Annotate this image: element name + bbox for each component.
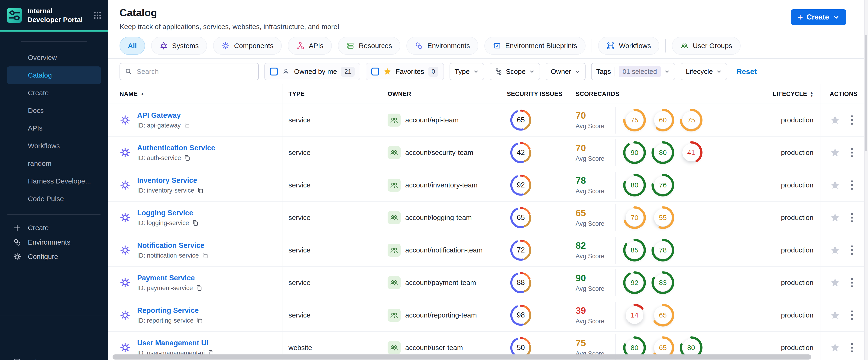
favorite-star-icon[interactable] (830, 278, 840, 288)
favorite-star-icon[interactable] (830, 343, 840, 353)
app-grid-icon[interactable] (93, 11, 102, 20)
avg-score-label: Avg Score (576, 318, 610, 325)
sidebar-item-workflows[interactable]: Workflows (7, 137, 101, 155)
filter-scope[interactable]: Scope (490, 63, 540, 80)
kebab-menu-icon[interactable] (850, 115, 854, 125)
sidebar-action-configure[interactable]: Configure (7, 249, 100, 264)
kebab-menu-icon[interactable] (850, 277, 854, 288)
entity-name-link[interactable]: Inventory Service (137, 176, 197, 184)
copy-icon[interactable] (192, 219, 199, 227)
entity-name-link[interactable]: Logging Service (137, 209, 193, 217)
copy-icon[interactable] (196, 317, 203, 324)
filter-type[interactable]: Type (450, 63, 484, 80)
sidebar-item-create[interactable]: Create (7, 84, 101, 102)
tab-separator (592, 39, 592, 53)
selected-tags-chip: 01 selected (619, 66, 660, 77)
star-icon (383, 68, 391, 76)
scorecards-divider (615, 107, 616, 133)
scorecard-ring: 75 (680, 109, 703, 132)
entity-type: service (282, 311, 388, 319)
scorecard-ring: 76 (651, 174, 675, 197)
tab-environment-blueprints[interactable]: Environment Blueprints (484, 37, 586, 55)
sidebar-item-code-pulse[interactable]: Code Pulse (7, 190, 101, 208)
kebab-menu-icon[interactable] (850, 147, 854, 158)
plus-icon: + (798, 14, 803, 21)
copy-icon[interactable] (196, 284, 203, 292)
hexagram-icon (159, 41, 168, 50)
filter-lifecycle[interactable]: Lifecycle (681, 63, 727, 80)
entity-name-link[interactable]: Reporting Service (137, 306, 199, 314)
owned-by-me-checkbox[interactable] (270, 68, 278, 76)
tab-systems[interactable]: Systems (151, 37, 207, 55)
row-actions (820, 267, 868, 299)
entity-name-cell: Logging Service ID: logging-service (108, 209, 282, 227)
copy-icon[interactable] (197, 187, 204, 194)
favorite-star-icon[interactable] (830, 148, 840, 157)
sidebar-item-random[interactable]: random (7, 155, 101, 172)
owned-by-me-filter[interactable]: Owned by me 21 (265, 63, 360, 80)
create-button[interactable]: + Create (791, 9, 846, 25)
sidebar-item-overview[interactable]: Overview (7, 49, 101, 66)
kebab-menu-icon[interactable] (850, 180, 854, 190)
copy-icon[interactable] (202, 252, 209, 259)
favorite-star-icon[interactable] (830, 180, 840, 190)
sidebar-item-help[interactable]: Help (0, 358, 41, 360)
kebab-menu-icon[interactable] (850, 342, 854, 353)
workflow-icon (607, 41, 615, 50)
sidebar-item-apis[interactable]: APIs (7, 119, 101, 137)
scorecards-divider (615, 204, 616, 231)
tab-apis[interactable]: APIs (288, 37, 332, 55)
search-input[interactable] (137, 68, 254, 76)
tab-resources[interactable]: Resources (338, 37, 400, 55)
favorite-star-icon[interactable] (830, 310, 840, 320)
app-logo (7, 8, 22, 23)
security-issues-donut: 98 (509, 304, 532, 327)
tab-user-groups[interactable]: User Groups (672, 37, 741, 55)
favorite-star-icon[interactable] (830, 115, 840, 125)
sidebar-nav-items: OverviewCatalogCreateDocsAPIsWorkflowsra… (7, 49, 101, 208)
favorite-star-icon[interactable] (830, 213, 840, 222)
team-users-icon (388, 276, 401, 289)
scorecard-ring: 83 (651, 271, 675, 294)
sidebar-action-environments[interactable]: Environments (7, 235, 100, 249)
kebab-menu-icon[interactable] (850, 212, 854, 223)
entity-name-link[interactable]: API Gateway (137, 111, 181, 119)
copy-icon[interactable] (184, 154, 191, 161)
scorecards-cell: 82 Avg Score 8578 (576, 237, 778, 264)
column-header-lifecycle[interactable]: LIFECYCLE ▲▼ (778, 90, 820, 97)
filter-tags[interactable]: Tags01 selected (591, 63, 675, 80)
entity-id: ID: inventory-service (137, 187, 194, 194)
entity-owner: account/security-team (388, 146, 506, 159)
tab-components[interactable]: Components (213, 37, 282, 55)
entity-name-link[interactable]: Payment Service (137, 274, 195, 282)
entity-name-link[interactable]: Notification Service (137, 241, 204, 249)
favorites-checkbox[interactable] (371, 68, 379, 76)
column-header-security: SECURITY ISSUES (506, 90, 576, 97)
sidebar-item-harness-develope[interactable]: Harness Develope... (7, 172, 101, 190)
copy-icon[interactable] (184, 122, 190, 129)
entity-name-link[interactable]: Authentication Service (137, 144, 215, 152)
column-header-owner: OWNER (388, 90, 506, 97)
filter-owner[interactable]: Owner (546, 63, 586, 80)
kebab-menu-icon[interactable] (850, 310, 854, 321)
component-gear-icon (120, 115, 131, 126)
sidebar-item-catalog[interactable]: Catalog (7, 66, 101, 84)
kebab-menu-icon[interactable] (850, 245, 854, 256)
component-gear-icon (120, 147, 131, 158)
reset-filters-link[interactable]: Reset (736, 67, 756, 76)
table-row: Inventory Service ID: inventory-service … (108, 169, 868, 202)
horizontal-scrollbar-thumb[interactable] (113, 354, 811, 360)
sidebar-item-docs[interactable]: Docs (7, 102, 101, 119)
sort-icon: ▲▼ (810, 91, 813, 97)
entity-name-link[interactable]: User Management UI (137, 339, 209, 347)
tab-workflows[interactable]: Workflows (598, 37, 659, 55)
vertical-scrollbar-track[interactable] (864, 0, 868, 360)
sidebar-action-create[interactable]: Create (7, 221, 100, 235)
tab-environments[interactable]: Environments (406, 37, 478, 55)
tab-all[interactable]: All (120, 37, 145, 55)
favorites-filter[interactable]: Favorites 0 (366, 63, 444, 80)
table-row: Authentication Service ID: auth-service … (108, 137, 868, 169)
vertical-scrollbar-thumb[interactable] (865, 35, 867, 151)
column-header-name[interactable]: NAME▲ (108, 90, 282, 97)
favorite-star-icon[interactable] (830, 245, 840, 255)
